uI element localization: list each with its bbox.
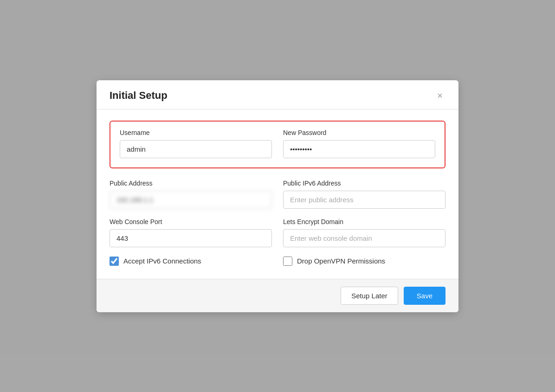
web-console-port-group: Web Console Port — [110, 218, 272, 247]
modal-dialog: Initial Setup × Username New Password — [97, 80, 458, 312]
web-console-port-label: Web Console Port — [110, 218, 272, 225]
web-console-port-input[interactable] — [110, 229, 272, 247]
save-button[interactable]: Save — [404, 287, 445, 305]
username-label: Username — [120, 129, 272, 136]
port-domain-row: Web Console Port Lets Encrypt Domain — [110, 218, 445, 247]
modal-body: Username New Password Public Address Pub — [97, 109, 458, 279]
lets-encrypt-label: Lets Encrypt Domain — [283, 218, 445, 225]
credentials-section: Username New Password — [110, 121, 445, 168]
drop-openvpn-group: Drop OpenVPN Permissions — [283, 257, 445, 266]
setup-later-button[interactable]: Setup Later — [341, 287, 398, 305]
accept-ipv6-label[interactable]: Accept IPv6 Connections — [123, 257, 201, 265]
credentials-row: Username New Password — [120, 129, 435, 158]
password-label: New Password — [283, 129, 435, 136]
public-ipv6-input[interactable] — [283, 191, 445, 209]
modal-title: Initial Setup — [110, 90, 168, 102]
modal-overlay: Initial Setup × Username New Password — [0, 0, 555, 392]
drop-openvpn-checkbox[interactable] — [283, 257, 292, 266]
close-button[interactable]: × — [434, 90, 445, 101]
accept-ipv6-group: Accept IPv6 Connections — [110, 257, 272, 266]
password-input[interactable] — [283, 140, 435, 158]
drop-openvpn-label[interactable]: Drop OpenVPN Permissions — [297, 257, 385, 265]
public-address-input[interactable] — [110, 191, 272, 209]
checkboxes-row: Accept IPv6 Connections Drop OpenVPN Per… — [110, 257, 445, 266]
public-address-label: Public Address — [110, 180, 272, 187]
lets-encrypt-group: Lets Encrypt Domain — [283, 218, 445, 247]
username-input[interactable] — [120, 140, 272, 158]
address-row: Public Address Public IPv6 Address — [110, 180, 445, 209]
username-group: Username — [120, 129, 272, 158]
public-address-group: Public Address — [110, 180, 272, 209]
modal-header: Initial Setup × — [97, 80, 458, 109]
modal-footer: Setup Later Save — [97, 279, 458, 312]
public-ipv6-label: Public IPv6 Address — [283, 180, 445, 187]
lets-encrypt-input[interactable] — [283, 229, 445, 247]
password-group: New Password — [283, 129, 435, 158]
public-ipv6-group: Public IPv6 Address — [283, 180, 445, 209]
accept-ipv6-checkbox[interactable] — [110, 257, 119, 266]
